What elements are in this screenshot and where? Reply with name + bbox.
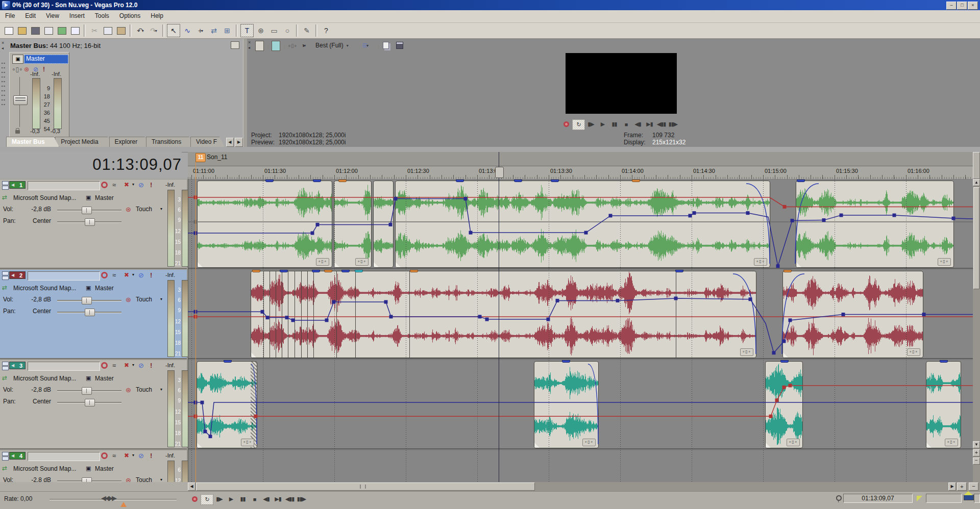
copy-button[interactable] <box>102 24 114 37</box>
record-button[interactable] <box>560 119 572 129</box>
event-fade-tab[interactable] <box>313 180 321 182</box>
mute-icon[interactable]: ⊘ <box>138 271 144 279</box>
solo-icon[interactable]: ! <box>41 66 46 73</box>
previous-frame-button[interactable]: ◀▮▮ <box>655 119 667 129</box>
ruler-corner-button[interactable] <box>973 152 980 179</box>
undo-dropdown-icon[interactable]: ▾ <box>142 29 144 33</box>
scroll-left-button[interactable]: ◀ <box>188 482 195 491</box>
pan-value[interactable]: Center <box>22 308 51 315</box>
track-device-label[interactable]: Microsoft Sound Map... <box>13 194 76 201</box>
tab-master-bus[interactable]: Master Bus <box>6 137 59 147</box>
bus-assign-button[interactable]: ▣ <box>86 465 91 472</box>
marker-bar[interactable] <box>188 152 973 166</box>
event-fx-handle[interactable]: ∘▯∘ <box>754 258 767 266</box>
track-number-badge[interactable]: 3 <box>9 362 26 369</box>
automation-gear-icon[interactable]: ⊛ <box>126 476 131 482</box>
volume-slider-thumb[interactable] <box>82 477 92 482</box>
next-frame-button[interactable]: ▮▮▶ <box>296 494 307 504</box>
track-routing-icon[interactable]: ⇄ <box>2 465 7 472</box>
track-collapse-buttons[interactable] <box>2 362 8 370</box>
track-routing-icon[interactable]: ⇄ <box>2 374 7 381</box>
preview-quality-dropdown[interactable]: Best (Full)▾ <box>315 41 349 50</box>
event-fx-handle[interactable]: ∘▯∘ <box>945 439 958 446</box>
event-fade-tab[interactable] <box>224 360 232 363</box>
save-snapshot-icon[interactable] <box>396 41 403 50</box>
track-collapse-buttons[interactable] <box>2 452 8 460</box>
bus-assign-button[interactable]: ▣ <box>86 285 91 291</box>
loop-playback-button[interactable]: ↻ <box>201 494 213 505</box>
track-routing-icon[interactable]: ⇄ <box>2 194 7 201</box>
fx-bypass-dropdown-icon[interactable]: ▾ <box>132 363 134 367</box>
title-bar[interactable]: 0% (30 of 30) - Son Nu.veg - Vegas Pro 1… <box>0 0 980 10</box>
automation-gear-icon[interactable]: ⊛ <box>126 386 131 394</box>
time-ruler[interactable]: 01:11:0001:11:3001:12:0001:12:3001:13:00… <box>188 166 973 180</box>
track-bus-label[interactable]: Master <box>95 285 114 292</box>
go-to-start-button[interactable]: ◀▮ <box>632 119 644 129</box>
undo-button[interactable]: ↶▾ <box>134 24 146 37</box>
event-fade-tab[interactable] <box>341 270 350 272</box>
track-bus-label[interactable]: Master <box>95 194 114 201</box>
video-output-fx-icon[interactable]: ∘▯∘ <box>288 41 297 50</box>
track-collapse-buttons[interactable] <box>2 271 8 279</box>
fx-bypass-icon[interactable]: ✖ <box>124 362 129 369</box>
pan-value[interactable]: Center <box>22 217 51 224</box>
track-number-badge[interactable]: 4 <box>9 452 26 460</box>
audio-event[interactable]: ∘▯∘ <box>197 361 257 448</box>
record-arm-icon[interactable] <box>101 362 108 369</box>
cut-button[interactable]: ✂ <box>88 24 101 37</box>
circle-selection-button[interactable]: ○ <box>281 24 293 37</box>
zoom-out-time-button[interactable]: − <box>969 482 978 491</box>
enable-snapping-button[interactable]: T <box>240 24 254 37</box>
event-fade-tab[interactable] <box>265 180 274 182</box>
zoom-out-track-button[interactable]: − <box>973 457 980 465</box>
automation-dropdown-icon[interactable]: ▾ <box>160 387 162 392</box>
volume-slider-thumb[interactable] <box>82 387 92 395</box>
loop-playback-button[interactable]: ↻ <box>572 119 585 130</box>
fx-bypass-icon[interactable]: ✖ <box>124 271 129 278</box>
pan-value[interactable]: Center <box>22 398 51 405</box>
tab-project-media[interactable]: Project Media <box>55 137 113 147</box>
event-fade-tab[interactable] <box>355 270 363 272</box>
event-fade-tab[interactable] <box>280 270 288 272</box>
menu-tools[interactable]: Tools <box>90 10 114 21</box>
volume-slider-thumb[interactable] <box>82 207 92 214</box>
redo-dropdown-icon[interactable]: ▾ <box>155 29 157 33</box>
fx-bypass-dropdown-icon[interactable]: ▾ <box>132 272 134 277</box>
bus-properties-button[interactable]: ▣ <box>12 55 23 64</box>
fx-bypass-dropdown-icon[interactable]: ▾ <box>132 182 134 187</box>
automation-mode-label[interactable]: Touch <box>136 386 152 393</box>
master-peak-left[interactable]: -0,3 <box>30 128 40 134</box>
split-screen-view-icon[interactable]: ◑▾ <box>301 41 306 50</box>
event-fade-tab[interactable] <box>410 270 418 272</box>
automation-mode-label[interactable]: Touch <box>136 296 152 303</box>
audio-event[interactable]: ∘▯∘ <box>782 271 923 358</box>
automation-mode-label[interactable]: Touch <box>136 206 152 213</box>
volume-value[interactable]: -2,8 dB <box>22 296 51 303</box>
collapse-button[interactable] <box>2 276 9 280</box>
mute-icon[interactable]: ⊘ <box>138 362 144 369</box>
event-fx-handle[interactable]: ∘▯∘ <box>938 258 951 266</box>
event-fade-tab[interactable] <box>338 180 347 182</box>
tab-scroll-left[interactable]: ◀ <box>226 138 234 147</box>
event-fx-handle[interactable]: ∘▯∘ <box>907 348 920 356</box>
record-button[interactable] <box>189 494 201 504</box>
status-cursor-time[interactable]: 01:13:09,07 <box>843 494 913 503</box>
solo-icon[interactable]: ! <box>150 362 152 369</box>
tab-explorer[interactable]: Explorer <box>109 137 150 147</box>
solo-icon[interactable]: ! <box>150 181 152 189</box>
insert-fx-icon[interactable]: ∘▯∘ <box>12 66 21 73</box>
dock-grip[interactable] <box>1 62 6 108</box>
track-envelope-icon[interactable]: ≈ <box>112 362 116 369</box>
collapse-button[interactable] <box>2 452 9 456</box>
selection-edit-tool-dropdown-icon[interactable]: ▾ <box>201 29 203 33</box>
record-arm-icon[interactable] <box>101 272 108 278</box>
automation-dropdown-icon[interactable]: ▾ <box>160 477 162 482</box>
track-bus-label[interactable]: Master <box>95 375 114 382</box>
play-from-start-button[interactable]: ▮▶ <box>585 119 597 129</box>
project-properties-button[interactable] <box>42 24 55 37</box>
automation-gear-icon[interactable]: ⊛ <box>126 206 131 213</box>
track-header-4[interactable]: 4≈✖▾⊘!-Inf.⇄Microsoft Sound Map...▣Maste… <box>0 450 187 482</box>
envelope-edit-tool-button[interactable]: ∿ <box>181 24 193 37</box>
audio-event[interactable] <box>373 181 394 268</box>
master-bus-name-field[interactable]: Master <box>24 55 68 64</box>
